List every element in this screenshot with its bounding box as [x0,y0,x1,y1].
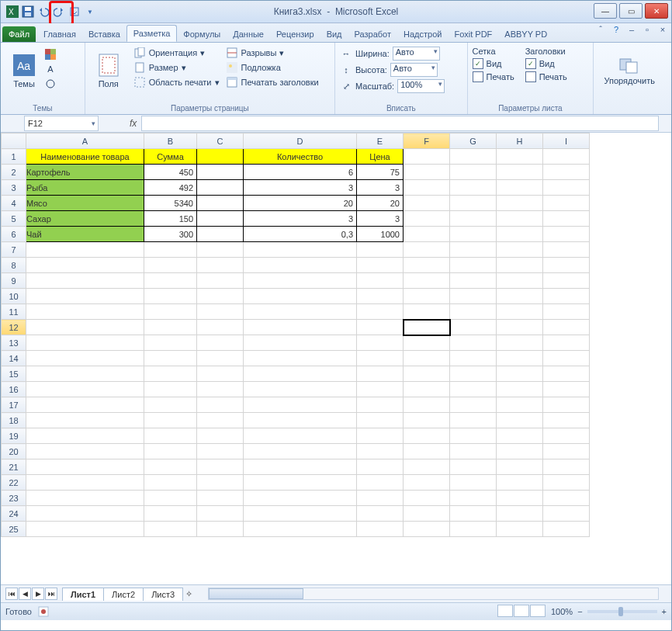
cell[interactable] [404,149,450,165]
cell[interactable] [244,320,357,335]
themes-button[interactable]: Aa Темы [5,45,43,96]
cell[interactable] [404,491,450,506]
cell[interactable] [543,351,590,366]
cell[interactable] [197,351,244,366]
cell[interactable] [244,428,357,444]
cell[interactable] [26,522,144,537]
cell[interactable] [197,475,244,491]
tab-addins[interactable]: Надстрой [397,26,448,42]
cell[interactable] [497,180,543,196]
cell[interactable] [26,428,144,444]
cell[interactable] [543,382,590,397]
cell[interactable] [404,428,450,444]
cell[interactable]: 75 [357,165,404,180]
cell[interactable] [244,366,357,382]
row-header[interactable]: 5 [2,211,26,227]
tab-foxit[interactable]: Foxit PDF [448,26,498,42]
breaks-button[interactable]: Разрывы ▾ [226,47,319,59]
row-header[interactable]: 14 [2,351,26,366]
cell[interactable] [497,459,543,475]
cell[interactable] [543,366,590,382]
cell[interactable]: Сумма [144,149,197,165]
cell[interactable] [197,211,244,227]
cell[interactable] [543,428,590,444]
cell[interactable] [450,475,497,491]
undo-icon[interactable] [36,5,50,19]
row-header[interactable]: 12 [2,320,26,335]
cell[interactable] [357,258,404,273]
cell[interactable] [543,289,590,304]
cell[interactable] [450,289,497,304]
cell[interactable] [144,428,197,444]
cell[interactable] [26,242,144,258]
cell[interactable] [497,475,543,491]
cell[interactable] [197,522,244,537]
cell[interactable] [404,506,450,522]
zoom-in-button[interactable]: + [662,607,667,616]
row-header[interactable]: 18 [2,413,26,428]
cell[interactable] [357,397,404,413]
cell[interactable] [497,227,543,242]
cell[interactable] [26,491,144,506]
cell[interactable] [244,351,357,366]
cell[interactable] [26,506,144,522]
cell[interactable] [543,475,590,491]
cell[interactable] [543,335,590,351]
cell[interactable]: 0,3 [244,227,357,242]
col-header-H[interactable]: H [497,133,543,149]
cell[interactable] [404,444,450,459]
cell[interactable] [404,258,450,273]
cell[interactable] [197,149,244,165]
cell[interactable] [404,397,450,413]
save-icon[interactable] [21,5,35,19]
cell[interactable] [144,351,197,366]
cell[interactable] [357,320,404,335]
sheet-nav-prev-icon[interactable]: ◀ [19,588,31,600]
cell[interactable] [497,165,543,180]
qat-dropdown-icon[interactable]: ▼ [83,5,97,19]
worksheet-grid[interactable]: ABCDEFGHI1Наименование товараСуммаКоличе… [1,133,671,584]
cell[interactable] [197,444,244,459]
background-button[interactable]: Подложка [226,61,319,74]
fx-icon[interactable]: fx [130,118,137,129]
cell[interactable] [357,444,404,459]
cell[interactable] [197,366,244,382]
doc-restore-icon[interactable]: ▫ [642,24,653,35]
cell[interactable] [497,413,543,428]
cell[interactable] [543,413,590,428]
maximize-button[interactable]: ▭ [619,3,643,19]
col-header-C[interactable]: C [197,133,244,149]
row-header[interactable]: 1 [2,149,26,165]
cell[interactable] [497,196,543,211]
row-header[interactable]: 16 [2,382,26,397]
cell[interactable] [450,180,497,196]
cell[interactable] [197,258,244,273]
cell[interactable] [144,382,197,397]
sheet-nav-next-icon[interactable]: ▶ [32,588,44,600]
cell[interactable] [357,366,404,382]
cell[interactable] [543,227,590,242]
cell[interactable] [197,273,244,289]
cell[interactable]: Цена [357,149,404,165]
cell[interactable] [357,289,404,304]
cell[interactable] [244,475,357,491]
cell[interactable] [497,382,543,397]
help-icon[interactable]: ? [611,24,622,35]
qat-more-icon[interactable] [68,5,81,19]
cell[interactable] [26,382,144,397]
cell[interactable] [357,459,404,475]
cell[interactable] [244,304,357,320]
cell[interactable] [144,506,197,522]
cell[interactable] [404,289,450,304]
cell[interactable] [543,491,590,506]
cell[interactable]: 3 [357,211,404,227]
zoom-slider[interactable] [587,610,657,613]
tab-data[interactable]: Данные [227,26,270,42]
cell[interactable] [357,351,404,366]
cell[interactable] [244,491,357,506]
cell[interactable]: 150 [144,211,197,227]
cell[interactable] [144,522,197,537]
cell[interactable] [404,475,450,491]
cell[interactable] [497,258,543,273]
cell[interactable] [26,258,144,273]
